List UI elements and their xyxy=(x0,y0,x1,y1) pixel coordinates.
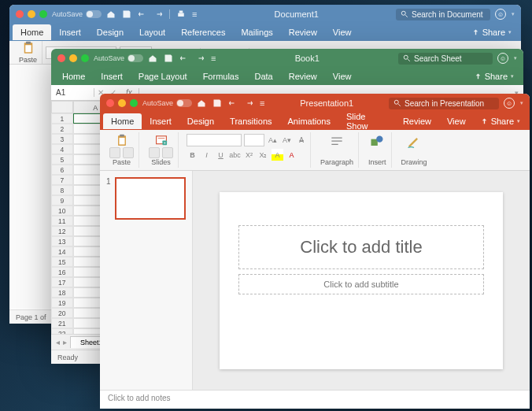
row-header[interactable]: 21 xyxy=(51,318,73,328)
highlight-button[interactable]: A xyxy=(272,149,283,161)
minimize-icon[interactable] xyxy=(69,54,77,62)
font-color-button[interactable]: A xyxy=(286,149,297,161)
row-header[interactable]: 13 xyxy=(51,236,73,246)
row-header[interactable]: 17 xyxy=(51,277,73,287)
chevron-down-icon[interactable]: ▾ xyxy=(512,11,515,17)
font-select[interactable] xyxy=(187,134,242,146)
clear-format-button[interactable]: A̶ xyxy=(295,135,307,146)
share-button[interactable]: Share▾ xyxy=(474,117,526,126)
tab-layout[interactable]: Layout xyxy=(131,24,173,40)
maximize-icon[interactable] xyxy=(130,99,138,107)
tab-design[interactable]: Design xyxy=(179,113,222,129)
row-header[interactable]: 16 xyxy=(51,267,73,277)
undo-icon[interactable] xyxy=(138,9,147,19)
slide-canvas[interactable]: Click to add title Click to add subtitle xyxy=(220,192,503,369)
redo-icon[interactable] xyxy=(153,9,163,19)
row-header[interactable]: 7 xyxy=(51,175,73,185)
clipboard-icon[interactable] xyxy=(114,134,130,147)
row-header[interactable]: 11 xyxy=(51,216,73,226)
size-select[interactable] xyxy=(244,134,264,146)
row-header[interactable]: 2 xyxy=(51,124,73,134)
underline-button[interactable]: U xyxy=(215,149,227,161)
grow-font-button[interactable]: A▴ xyxy=(267,135,279,146)
tab-references[interactable]: References xyxy=(173,24,233,40)
overflow-icon[interactable]: ≡ xyxy=(192,9,197,19)
toggle-icon[interactable] xyxy=(127,54,143,62)
paste-button[interactable]: Paste xyxy=(14,41,42,64)
maximize-icon[interactable] xyxy=(39,10,47,18)
autosave-toggle[interactable]: AutoSave xyxy=(52,10,102,18)
tab-design[interactable]: Design xyxy=(89,24,131,40)
tab-slideshow[interactable]: Slide Show xyxy=(338,109,395,134)
title-placeholder[interactable]: Click to add title xyxy=(238,225,484,269)
feedback-icon[interactable]: ☺ xyxy=(504,98,515,109)
search-input[interactable]: Search in Presentation xyxy=(389,98,499,109)
save-icon[interactable] xyxy=(122,9,131,19)
row-header[interactable]: 5 xyxy=(51,154,73,165)
name-box[interactable]: A1 xyxy=(51,88,94,97)
tab-view[interactable]: View xyxy=(325,24,360,40)
slide-thumbnail[interactable] xyxy=(115,177,186,220)
search-input[interactable]: Search Sheet xyxy=(398,53,493,65)
notes-pane[interactable]: Click to add notes xyxy=(100,390,530,409)
tab-data[interactable]: Data xyxy=(246,68,280,84)
tab-transitions[interactable]: Transitions xyxy=(222,113,279,129)
minimize-icon[interactable] xyxy=(118,99,126,107)
chevron-down-icon[interactable]: ▾ xyxy=(520,100,523,106)
select-all-button[interactable] xyxy=(51,101,73,113)
overflow-icon[interactable]: ≡ xyxy=(211,54,216,63)
superscript-button[interactable]: X² xyxy=(243,149,255,161)
tab-review[interactable]: Review xyxy=(281,68,325,84)
pen-icon[interactable] xyxy=(406,134,422,150)
home-icon[interactable] xyxy=(106,9,116,19)
row-header[interactable]: 14 xyxy=(51,246,73,257)
row-header[interactable]: 4 xyxy=(51,144,73,154)
toggle-icon[interactable] xyxy=(86,10,102,18)
home-icon[interactable] xyxy=(197,98,206,108)
feedback-icon[interactable]: ☺ xyxy=(497,53,508,64)
tab-view[interactable]: View xyxy=(439,113,474,129)
tab-home[interactable]: Home xyxy=(13,24,51,40)
tab-insert[interactable]: Insert xyxy=(142,113,179,129)
tab-insert[interactable]: Insert xyxy=(93,68,131,84)
search-input[interactable]: Search in Document xyxy=(396,9,490,20)
row-header[interactable]: 15 xyxy=(51,257,73,267)
layout-button[interactable] xyxy=(149,147,160,158)
redo-icon[interactable] xyxy=(195,54,205,63)
sheet-nav-first[interactable]: ◂ xyxy=(56,338,60,346)
new-slide-icon[interactable]: + xyxy=(153,134,169,147)
bold-button[interactable]: B xyxy=(187,149,198,161)
subtitle-placeholder[interactable]: Click to add subtitle xyxy=(238,274,484,294)
save-icon[interactable] xyxy=(164,54,173,63)
close-icon[interactable] xyxy=(106,99,114,107)
row-header[interactable]: 19 xyxy=(51,298,73,308)
shapes-icon[interactable] xyxy=(369,134,385,150)
autosave-toggle[interactable]: AutoSave xyxy=(142,99,192,107)
close-icon[interactable] xyxy=(57,54,65,62)
share-button[interactable]: Share▾ xyxy=(465,28,518,37)
sheet-nav-prev[interactable]: ▸ xyxy=(63,338,67,346)
undo-icon[interactable] xyxy=(179,54,189,63)
tab-insert[interactable]: Insert xyxy=(51,24,89,40)
undo-icon[interactable] xyxy=(228,98,238,108)
copy-button[interactable] xyxy=(123,147,134,158)
shrink-font-button[interactable]: A▾ xyxy=(281,135,293,146)
save-icon[interactable] xyxy=(212,98,222,108)
redo-icon[interactable] xyxy=(244,98,253,108)
row-header[interactable]: 20 xyxy=(51,308,73,318)
tab-review[interactable]: Review xyxy=(395,113,439,129)
row-header[interactable]: 12 xyxy=(51,226,73,236)
overflow-icon[interactable]: ≡ xyxy=(260,98,264,108)
tab-home[interactable]: Home xyxy=(54,68,93,84)
tab-review[interactable]: Review xyxy=(281,24,325,40)
close-icon[interactable] xyxy=(16,10,24,18)
thumbnail-item[interactable]: 1 xyxy=(106,177,186,220)
tab-view[interactable]: View xyxy=(325,68,360,84)
toggle-icon[interactable] xyxy=(176,99,192,107)
autosave-toggle[interactable]: AutoSave xyxy=(94,54,143,62)
maximize-icon[interactable] xyxy=(81,54,89,62)
row-header[interactable]: 10 xyxy=(51,206,73,216)
row-header[interactable]: 18 xyxy=(51,287,73,298)
row-header[interactable]: 3 xyxy=(51,134,73,144)
tab-page-layout[interactable]: Page Layout xyxy=(131,68,195,84)
